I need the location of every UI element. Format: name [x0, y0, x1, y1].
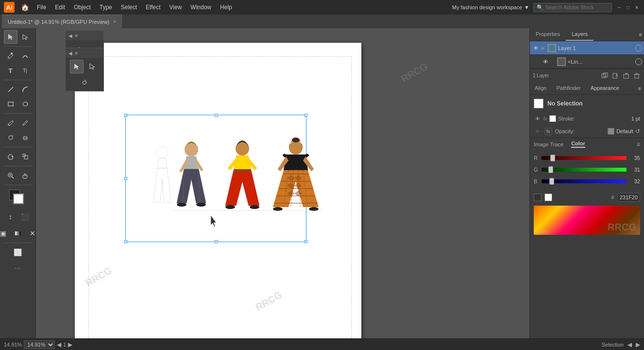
blob-brush-tool-button[interactable]: [4, 131, 17, 144]
black-swatch[interactable]: [534, 193, 542, 201]
handle-tm[interactable]: [215, 114, 218, 117]
stroke-visibility-btn[interactable]: 👁: [534, 115, 542, 122]
scale-tool-button[interactable]: [18, 150, 32, 163]
g-slider-thumb[interactable]: [548, 166, 553, 173]
home-icon[interactable]: 🏠: [19, 2, 30, 13]
direct-selection-tool-button[interactable]: [18, 30, 32, 44]
sublayer-target-icon[interactable]: [635, 58, 642, 65]
fx-effects-button[interactable]: fx: [544, 128, 552, 135]
layer-row-1[interactable]: 👁 ▶ Layer 1: [530, 41, 644, 55]
line-segment-tool-button[interactable]: [4, 83, 17, 96]
g-slider[interactable]: [542, 168, 627, 172]
rotate-tool-button[interactable]: [4, 150, 17, 163]
search-input[interactable]: [545, 4, 609, 10]
menu-window[interactable]: Window: [186, 2, 215, 13]
stroke-swatch[interactable]: [13, 193, 24, 204]
scroll-left-button[interactable]: ◀: [627, 341, 632, 348]
workspace-selector[interactable]: My fashion design workspace ▼: [452, 4, 529, 10]
tab-properties[interactable]: Properties: [530, 28, 566, 41]
prev-page-button[interactable]: ◀: [57, 341, 61, 348]
eraser-tool-button[interactable]: [18, 131, 32, 144]
panel-options-btn[interactable]: ≡: [637, 28, 644, 41]
svg-rect-51: [624, 74, 628, 78]
next-page-button[interactable]: ▶: [68, 341, 72, 348]
stroke-color-swatch[interactable]: [549, 115, 556, 122]
scroll-right-button[interactable]: ▶: [636, 341, 640, 348]
sublayer-row-1[interactable]: 👁 ▶ <Lin...: [530, 55, 644, 69]
color-section-options-btn[interactable]: ≡: [637, 141, 640, 148]
stroke-fx-btn[interactable]: fx: [543, 116, 547, 122]
color-mode-button[interactable]: ▣: [0, 227, 10, 240]
menu-file[interactable]: File: [33, 2, 50, 13]
imagetrace-button[interactable]: Image Trace: [534, 141, 563, 147]
menu-help[interactable]: Help: [216, 2, 236, 13]
handle-tr[interactable]: [305, 114, 307, 117]
zoom-select[interactable]: 14.91% 25% 50% 100%: [24, 340, 55, 349]
layers-make-clip-button[interactable]: [600, 71, 609, 80]
tab-pathfinder[interactable]: Pathfinder: [551, 82, 585, 94]
b-slider[interactable]: [542, 179, 627, 183]
hex-input[interactable]: 231F20: [617, 193, 640, 202]
layers-delete-button[interactable]: [632, 71, 641, 80]
swap-colors-button[interactable]: ↕: [4, 210, 17, 224]
change-screen-mode-button[interactable]: ⬜: [11, 245, 25, 259]
layer-1-target-icon[interactable]: [635, 45, 642, 52]
menu-view[interactable]: View: [166, 2, 186, 13]
canvas-area[interactable]: ◀ ✕ ◀ ✕: [36, 28, 529, 338]
addanchor-button[interactable]: [85, 60, 99, 73]
type-tool-button[interactable]: T: [4, 64, 17, 77]
selection-small-button[interactable]: [70, 60, 84, 73]
float-panel-2-close-icon[interactable]: ✕: [74, 51, 78, 56]
curvature-tool-button[interactable]: [18, 49, 32, 63]
tab-title: Untitled-1* @ 14.91% (RGB/GPU Preview): [8, 19, 109, 25]
selection-tool-button[interactable]: [4, 30, 17, 44]
tab-layers[interactable]: Layers: [566, 28, 593, 41]
r-slider[interactable]: [542, 156, 627, 160]
menu-select[interactable]: Select: [117, 2, 141, 13]
pen-tool-button[interactable]: [4, 49, 17, 63]
default-colors-button[interactable]: ⬛: [18, 210, 32, 224]
handle-ml[interactable]: [124, 177, 127, 180]
float-panel-2-collapse[interactable]: ◀: [68, 51, 72, 56]
document-tab[interactable]: Untitled-1* @ 14.91% (RGB/GPU Preview) ×: [2, 15, 122, 28]
opacity-visibility-btn[interactable]: 👁: [534, 127, 542, 135]
more-tools-button[interactable]: ···: [15, 264, 21, 273]
layers-new-layer-button[interactable]: [622, 71, 630, 80]
layer-1-visibility-icon[interactable]: 👁: [532, 45, 540, 51]
r-slider-thumb[interactable]: [550, 155, 555, 161]
pencil-tool-button[interactable]: [18, 116, 32, 130]
layers-new-sublayer-button[interactable]: [611, 71, 620, 80]
gradient-button[interactable]: [11, 227, 25, 240]
tab-close-button[interactable]: ×: [113, 19, 116, 24]
tab-align[interactable]: Align: [530, 82, 551, 94]
menu-effect[interactable]: Effect: [142, 2, 164, 13]
arc-tool-button[interactable]: [18, 83, 32, 96]
menu-type[interactable]: Type: [96, 2, 116, 13]
color-label[interactable]: Color: [571, 140, 585, 148]
fill-color-swatch[interactable]: [534, 99, 543, 108]
reset-appearance-button[interactable]: ↺: [635, 128, 640, 135]
tab-appearance[interactable]: Appearance: [586, 82, 624, 94]
float-panel-1-collapse[interactable]: ◀: [68, 33, 72, 38]
float-panel-1-close-icon[interactable]: ✕: [74, 33, 78, 38]
menu-edit[interactable]: Edit: [51, 2, 69, 13]
minimize-button[interactable]: ─: [616, 4, 623, 11]
hand-tool-button[interactable]: [18, 169, 32, 182]
rectangle-tool-button[interactable]: [4, 97, 17, 111]
handle-bl[interactable]: [124, 240, 127, 243]
paintbrush-tool-button[interactable]: [4, 116, 17, 130]
layer-1-expand-icon[interactable]: ▶: [542, 45, 545, 51]
maximize-button[interactable]: □: [625, 4, 631, 11]
lasso-button[interactable]: [78, 75, 91, 89]
close-button[interactable]: ✕: [633, 4, 640, 11]
b-slider-thumb[interactable]: [549, 178, 554, 185]
sublayer-visibility-icon[interactable]: 👁: [542, 59, 549, 65]
handle-tl[interactable]: [124, 114, 127, 117]
appearance-options-btn[interactable]: ≡: [635, 82, 644, 94]
touch-type-tool-button[interactable]: T|: [18, 64, 32, 77]
ellipse-tool-button[interactable]: [18, 97, 32, 111]
zoom-tool-button[interactable]: [4, 169, 17, 182]
white-swatch[interactable]: [544, 193, 552, 201]
menu-object[interactable]: Object: [70, 2, 95, 13]
canvas-page[interactable]: [75, 43, 361, 338]
